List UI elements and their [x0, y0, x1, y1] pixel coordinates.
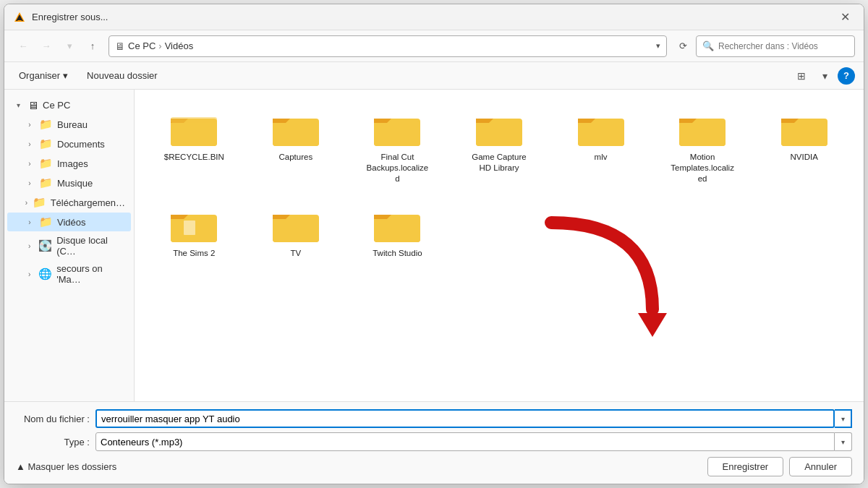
folder-finalcut[interactable]: Final Cut Backups.localized	[349, 101, 446, 192]
view-dropdown-button[interactable]: ▾	[814, 66, 835, 86]
folder-musique-icon: 📁	[39, 176, 53, 189]
svg-rect-4	[171, 121, 217, 146]
folder-motion[interactable]: Motion Templates.localized	[655, 101, 751, 192]
folder-gamecapture[interactable]: Game Capture HD Library	[451, 101, 548, 192]
svg-rect-20	[679, 121, 726, 146]
chevron-right-icon: ›	[25, 121, 35, 129]
filename-dropdown-button[interactable]: ▾	[835, 409, 852, 428]
sidebar-item-telechargements[interactable]: › 📁 Téléchargemen…	[7, 193, 131, 212]
folder-recycle[interactable]: $RECYCLE.BIN	[146, 101, 242, 192]
help-button[interactable]: ?	[838, 67, 855, 85]
chevron-right-icon: ›	[25, 270, 34, 278]
address-sep-1: ›	[158, 40, 161, 51]
sidebar-item-images[interactable]: › 📁 Images	[7, 154, 131, 173]
organize-arrow-icon: ▾	[63, 70, 68, 81]
new-folder-button[interactable]: Nouveau dossier	[80, 67, 165, 84]
file-area: $RECYCLE.BIN Captures	[135, 90, 864, 401]
folder-label-recycle: $RECYCLE.BIN	[164, 152, 224, 163]
organize-label: Organiser	[19, 70, 60, 81]
folder-label-finalcut: Final Cut Backups.localized	[365, 152, 430, 184]
hide-folders-button[interactable]: ▲ Masquer les dossiers	[16, 461, 116, 472]
type-label: Type :	[16, 437, 95, 448]
folder-icon-nvidia	[780, 108, 829, 149]
folder-icon-tv	[271, 205, 320, 245]
forward-button[interactable]: →	[36, 36, 56, 56]
refresh-button[interactable]: ⟳	[673, 36, 693, 56]
svg-rect-14	[476, 121, 522, 146]
folder-label-nvidia: NVIDIA	[791, 152, 818, 163]
address-path: Ce PC › Vidéos	[128, 40, 193, 51]
address-part-1: Ce PC	[128, 40, 156, 51]
sidebar-item-disque-local[interactable]: › 💽 Disque local (C…	[7, 232, 131, 260]
sidebar: ▾ 🖥 Ce PC › 📁 Bureau › 📁 Documents › 📁 I…	[4, 90, 135, 401]
view-button[interactable]: ⊞	[791, 66, 812, 86]
bottom-section: Nom du fichier : ▾ Type : ▾ ▲ Masquer le…	[4, 401, 864, 484]
folder-twitch[interactable]: Twitch Studio	[349, 197, 446, 266]
folder-captures[interactable]: Captures	[248, 101, 344, 192]
folder-icon-mlv	[576, 108, 626, 149]
folder-telechargements-icon: 📁	[33, 196, 46, 209]
folder-bureau-icon: 📁	[39, 118, 53, 131]
organize-button[interactable]: Organiser ▾	[13, 67, 74, 84]
folder-label-tv: TV	[291, 248, 302, 259]
folder-label-gamecapture: Game Capture HD Library	[467, 152, 532, 174]
toolbar2-right: ⊞ ▾ ?	[791, 66, 855, 86]
chevron-right-icon: ›	[25, 160, 35, 168]
drive-icon: 💽	[38, 239, 52, 252]
folder-sims2[interactable]: The Sims 2	[146, 197, 242, 266]
folder-videos-icon: 📁	[39, 215, 53, 228]
svg-rect-11	[374, 121, 420, 146]
nav-toolbar: ← → ▾ ↑ 🖥 Ce PC › Vidéos ▾ ⟳ 🔍	[4, 30, 864, 62]
type-row: Type : ▾	[16, 432, 852, 451]
address-part-2: Vidéos	[165, 40, 194, 51]
folder-images-icon: 📁	[39, 157, 53, 170]
sidebar-item-musique[interactable]: › 📁 Musique	[7, 174, 131, 192]
svg-rect-23	[781, 121, 827, 146]
cancel-button[interactable]: Annuler	[789, 457, 852, 476]
folder-tv[interactable]: TV	[248, 197, 344, 266]
sidebar-item-videos[interactable]: › 📁 Vidéos	[7, 213, 131, 231]
folder-label-sims2: The Sims 2	[173, 248, 215, 259]
up-button[interactable]: ↑	[82, 36, 103, 56]
sidebar-item-secours[interactable]: › 🌐 secours on 'Ma…	[7, 260, 131, 288]
computer-icon: 🖥	[115, 40, 125, 52]
svg-rect-6	[171, 117, 217, 123]
search-icon: 🔍	[702, 40, 714, 51]
sidebar-item-ce-pc[interactable]: ▾ 🖥 Ce PC	[7, 96, 131, 114]
folder-label-captures: Captures	[279, 152, 313, 163]
close-button[interactable]: ✕	[835, 7, 855, 27]
filename-input[interactable]	[95, 409, 835, 428]
sidebar-item-documents[interactable]: › 📁 Documents	[7, 134, 131, 153]
svg-rect-33	[374, 218, 420, 242]
type-input[interactable]	[95, 432, 835, 451]
type-dropdown-button[interactable]: ▾	[835, 432, 852, 451]
save-dialog: Enregistrer sous... ✕ ← → ▾ ↑ 🖥 Ce PC › …	[4, 4, 864, 484]
sidebar-item-bureau[interactable]: › 📁 Bureau	[7, 115, 131, 134]
chevron-right-icon: ›	[25, 242, 34, 250]
title-bar: Enregistrer sous... ✕	[4, 4, 864, 30]
file-grid: $RECYCLE.BIN Captures	[146, 101, 852, 266]
chevron-right-icon: ›	[25, 218, 35, 226]
vlc-icon	[13, 11, 26, 24]
dropdown-nav-button[interactable]: ▾	[59, 36, 80, 56]
address-dropdown-button[interactable]: ▾	[656, 41, 660, 51]
svg-rect-30	[273, 218, 319, 242]
folder-icon-sims2	[169, 205, 218, 245]
back-button[interactable]: ←	[13, 36, 33, 56]
save-button[interactable]: Enregistrer	[707, 457, 784, 476]
chevron-right-icon: ›	[25, 179, 35, 187]
folder-documents-icon: 📁	[39, 137, 53, 150]
secondary-toolbar: Organiser ▾ Nouveau dossier ⊞ ▾ ?	[4, 62, 864, 90]
folder-mlv[interactable]: mlv	[553, 101, 649, 192]
folder-label-twitch: Twitch Studio	[373, 248, 422, 259]
svg-rect-8	[273, 121, 319, 146]
svg-rect-28	[184, 221, 195, 235]
folder-icon-finalcut	[373, 108, 422, 149]
folder-label-motion: Motion Templates.localized	[670, 152, 735, 184]
folder-icon-twitch	[373, 205, 422, 245]
folder-nvidia[interactable]: NVIDIA	[756, 101, 852, 192]
svg-rect-17	[578, 121, 624, 146]
folder-icon-motion	[678, 108, 727, 149]
address-bar[interactable]: 🖥 Ce PC › Vidéos ▾	[109, 35, 667, 57]
search-input[interactable]	[718, 41, 848, 51]
